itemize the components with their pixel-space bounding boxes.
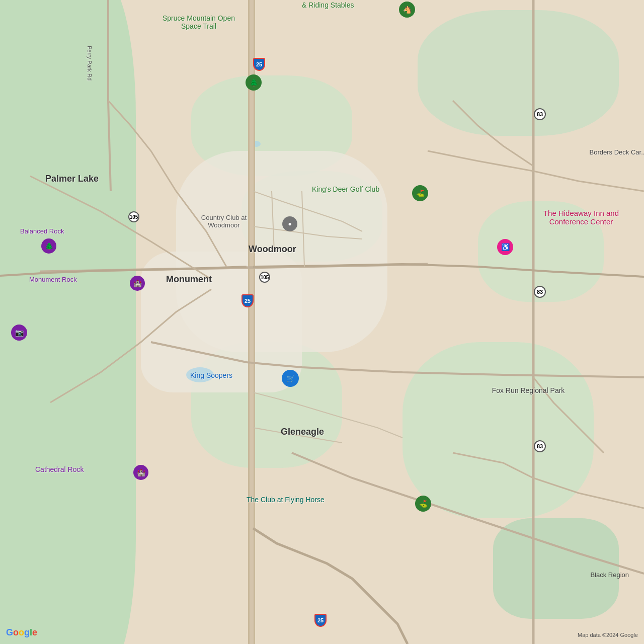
- marker-cathedral-rock[interactable]: 🏰: [133, 465, 148, 480]
- marker-hideaway-inn[interactable]: ♿: [497, 239, 513, 255]
- shopping-icon: 🛒: [286, 374, 295, 382]
- shield-rt83-top: 83: [534, 108, 546, 120]
- google-logo: Google: [6, 627, 37, 638]
- shield-rt105-left: 105: [128, 211, 139, 222]
- castle-icon-monument-rock: 🏰: [133, 279, 142, 287]
- road-network: [0, 0, 644, 644]
- marker-country-club[interactable]: ●: [282, 216, 297, 231]
- tree-icon: 🌲: [250, 78, 258, 87]
- marker-riding-stables[interactable]: 🐴: [399, 2, 415, 18]
- shield-i25-mid: 25: [242, 294, 254, 307]
- golf-icon-kings-deer: ⛳: [416, 189, 425, 197]
- svg-rect-1: [250, 0, 254, 644]
- marker-kings-deer[interactable]: ⛳: [412, 185, 428, 201]
- marker-camera[interactable]: 📷: [11, 325, 27, 341]
- shield-i25-top: 25: [253, 58, 265, 71]
- map-container[interactable]: 25 25 25 105 105 83 83 83 & Riding Stabl…: [0, 0, 644, 644]
- marker-king-soopers[interactable]: 🛒: [282, 370, 299, 387]
- tree-icon-balanced-rock: 🌲: [45, 242, 53, 250]
- marker-monument-rock[interactable]: 🏰: [130, 276, 145, 291]
- accessible-icon: ♿: [501, 243, 510, 251]
- castle-icon-cathedral: 🏰: [137, 468, 145, 476]
- riding-stables-icon: 🐴: [403, 6, 412, 14]
- marker-balanced-rock[interactable]: 🌲: [41, 238, 56, 254]
- marker-flying-horse[interactable]: ⛳: [415, 496, 431, 512]
- shield-i25-bottom: 25: [314, 614, 327, 627]
- golf-icon-country-club: ●: [288, 220, 291, 227]
- map-attribution: Map data ©2024 Google: [578, 632, 638, 638]
- camera-icon: 📷: [15, 329, 24, 337]
- golf-icon-flying-horse: ⛳: [419, 500, 428, 508]
- shield-rt83-mid: 83: [534, 286, 546, 298]
- marker-spruce-mountain[interactable]: 🌲: [246, 74, 262, 91]
- shield-rt105-mid: 105: [259, 272, 270, 283]
- shield-rt83-bottom: 83: [534, 440, 546, 452]
